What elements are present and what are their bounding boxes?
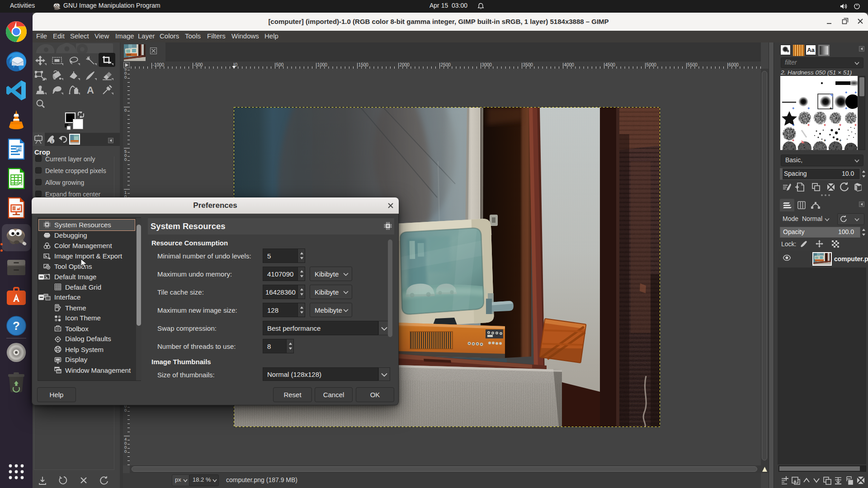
svg-text:4000: 4000 bbox=[564, 62, 575, 67]
svg-text:+: + bbox=[824, 123, 826, 127]
svg-text:-1000: -1000 bbox=[153, 62, 165, 67]
svg-text:0: 0 bbox=[124, 75, 127, 80]
svg-text:2500: 2500 bbox=[441, 62, 451, 67]
svg-text:+: + bbox=[792, 123, 794, 127]
svg-text:+: + bbox=[792, 138, 794, 143]
svg-text:5000: 5000 bbox=[646, 62, 657, 67]
svg-text:4500: 4500 bbox=[605, 62, 616, 67]
svg-text:3500: 3500 bbox=[523, 62, 533, 67]
svg-text:A: A bbox=[87, 84, 94, 96]
svg-text:+: + bbox=[845, 106, 847, 111]
svg-text:6000: 6000 bbox=[729, 62, 739, 67]
svg-text:0: 0 bbox=[124, 408, 127, 413]
svg-text:-500: -500 bbox=[194, 62, 203, 67]
svg-text:1000: 1000 bbox=[317, 62, 328, 67]
svg-text:+: + bbox=[792, 106, 794, 111]
svg-text:?: ? bbox=[13, 319, 20, 333]
svg-text:2000: 2000 bbox=[400, 62, 410, 67]
svg-text:0: 0 bbox=[124, 449, 127, 454]
svg-text:1500: 1500 bbox=[359, 62, 369, 67]
svg-text:5500: 5500 bbox=[688, 62, 698, 67]
svg-text:+: + bbox=[854, 90, 857, 95]
svg-text:+: + bbox=[807, 106, 810, 111]
svg-text:0: 0 bbox=[124, 157, 127, 162]
svg-text:+: + bbox=[824, 138, 826, 143]
svg-text:+: + bbox=[807, 123, 810, 127]
svg-text:0: 0 bbox=[124, 108, 127, 113]
svg-text:+: + bbox=[854, 123, 857, 127]
svg-text:+: + bbox=[839, 138, 841, 143]
svg-text:+: + bbox=[839, 123, 841, 127]
svg-text:+: + bbox=[830, 106, 832, 111]
svg-text:500: 500 bbox=[276, 62, 284, 67]
svg-text:3000: 3000 bbox=[482, 62, 492, 67]
svg-text:+: + bbox=[845, 90, 847, 95]
